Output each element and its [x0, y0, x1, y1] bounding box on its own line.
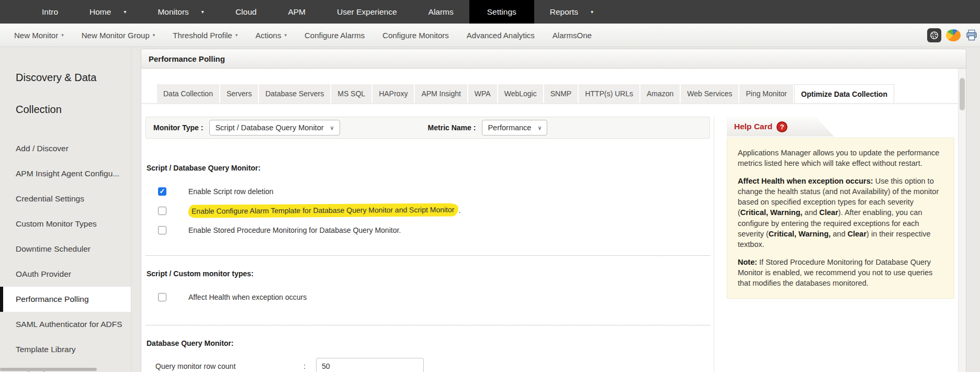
nav-item-cloud[interactable]: Cloud: [220, 0, 273, 24]
sidebar-item-credential-settings[interactable]: Credential Settings: [0, 186, 131, 211]
sidebar-item-oauth-provider[interactable]: OAuth Provider: [0, 262, 131, 287]
nav-item-intro[interactable]: Intro: [26, 0, 74, 24]
sidebar-item-custom-monitor-types[interactable]: Custom Monitor Types: [0, 211, 131, 236]
sidebar-item-add-discover[interactable]: Add / Discover: [0, 136, 131, 161]
panel-header: Performance Polling: [141, 49, 966, 69]
help-column: Help Card ? Applications Manager allows …: [714, 117, 966, 372]
query-monitor-row-count-input[interactable]: [316, 358, 424, 372]
enable-configure-alarm-template-checkbox[interactable]: [158, 207, 166, 215]
field-row: Query monitor row count :: [145, 357, 714, 372]
nav-item-reports[interactable]: Reports▾: [534, 0, 609, 24]
chevron-down-icon: ▾: [153, 32, 155, 38]
chevron-down-icon: ∨: [330, 125, 334, 131]
chevron-down-icon: ▾: [123, 9, 126, 15]
checkbox-row: Affect Health when exception occurs: [145, 287, 714, 307]
chevron-down-icon: ▾: [284, 32, 287, 38]
section-heading-database-query-monitor: Database Query Monitor:: [145, 339, 714, 347]
toolbar-actions[interactable]: Actions▾: [246, 31, 296, 40]
sidebar-item-template-library[interactable]: Template Library: [0, 337, 131, 362]
sidebar-item-performance-polling[interactable]: Performance Polling: [0, 287, 131, 312]
nav-item-monitors[interactable]: Monitors▾: [142, 0, 219, 24]
vertical-scrollbar-thumb[interactable]: [960, 78, 965, 110]
pie-chart-icon[interactable]: [946, 29, 961, 41]
monitor-type-label: Monitor Type :: [153, 123, 203, 132]
page-layout: Discovery & Data Collection Add / Discov…: [0, 47, 980, 372]
tab-weblogic[interactable]: WebLogic: [498, 84, 543, 103]
panel-body: Data Collection Servers Database Servers…: [141, 69, 966, 372]
aperture-icon[interactable]: [927, 28, 941, 42]
metric-name-select[interactable]: Performance ∨: [482, 120, 547, 136]
toolbar-configure-monitors[interactable]: Configure Monitors: [374, 31, 458, 40]
nav-item-settings[interactable]: Settings: [469, 0, 534, 24]
tab-wpa[interactable]: WPA: [468, 84, 497, 103]
nav-item-alarms[interactable]: Alarms: [413, 0, 469, 24]
checkbox-label: Enable Stored Procedure Monitoring for D…: [188, 226, 401, 234]
tabs-bar: Data Collection Servers Database Servers…: [141, 69, 958, 104]
help-question-icon[interactable]: ?: [776, 121, 787, 132]
tab-haproxy[interactable]: HAProxy: [373, 84, 414, 103]
main-area: Performance Polling Data Collection Serv…: [131, 47, 980, 372]
divider: [145, 255, 710, 256]
form-column: Monitor Type : Script / Database Query M…: [145, 117, 714, 372]
horizontal-scrollbar-thumb[interactable]: [0, 368, 97, 371]
toolbar-alarmsone[interactable]: AlarmsOne: [544, 31, 601, 40]
tab-servers[interactable]: Servers: [220, 84, 258, 103]
page-title: Performance Polling: [141, 54, 225, 63]
query-monitor-row-count-label: Query monitor row count: [145, 362, 303, 370]
chevron-down-icon: ▾: [591, 9, 593, 15]
metric-name-value: Performance: [488, 123, 531, 132]
monitor-type-value: Script / Database Query Monitor: [215, 123, 323, 132]
divider: [145, 325, 710, 325]
tab-data-collection[interactable]: Data Collection: [157, 84, 219, 103]
checkbox-row: ✓ Enable Script row deletion: [145, 182, 714, 201]
tab-https-urls[interactable]: HTTP(s) URLs: [579, 84, 639, 103]
checkbox-row: Enable Stored Procedure Monitoring for D…: [145, 220, 714, 240]
chevron-down-icon: ▾: [61, 32, 64, 38]
printer-icon[interactable]: [965, 29, 978, 41]
help-card-tab: Help Card ?: [727, 117, 834, 137]
checkbox-label: Enable Configure Alarm Template for Data…: [188, 204, 460, 217]
sidebar-item-saml-authenticator[interactable]: SAML Authenticator for ADFS: [0, 312, 131, 337]
tab-amazon[interactable]: Amazon: [640, 84, 680, 103]
nav-item-user-experience[interactable]: User Experience: [321, 0, 413, 24]
toolbar-new-monitor[interactable]: New Monitor▾: [5, 31, 73, 40]
tab-web-services[interactable]: Web Services: [681, 84, 738, 103]
tab-ping-monitor[interactable]: Ping Monitor: [739, 84, 793, 103]
enable-script-row-deletion-checkbox[interactable]: ✓: [158, 187, 166, 196]
monitor-type-select[interactable]: Script / Database Query Monitor ∨: [209, 120, 340, 136]
vertical-scrollbar[interactable]: [958, 69, 966, 372]
section-heading-script-custom-types: Script / Custom monitor types:: [145, 269, 714, 278]
content-columns: Monitor Type : Script / Database Query M…: [141, 117, 966, 372]
nav-item-apm[interactable]: APM: [272, 0, 321, 24]
help-card-title: Help Card: [734, 122, 772, 131]
checkmark-icon: ✓: [160, 188, 165, 195]
help-paragraph: Affect Health when exception occurs: Use…: [738, 176, 943, 250]
toolbar-new-monitor-group[interactable]: New Monitor Group▾: [73, 31, 164, 40]
tab-apm-insight[interactable]: APM Insight: [415, 84, 467, 103]
chevron-down-icon: ▾: [235, 32, 238, 38]
toolbar-icon-group: [927, 28, 980, 42]
chevron-down-icon: ▾: [201, 9, 204, 15]
toolbar-advanced-analytics[interactable]: Advanced Analytics: [458, 31, 544, 40]
highlighted-text: Enable Configure Alarm Template for Data…: [188, 203, 459, 218]
toolbar-configure-alarms[interactable]: Configure Alarms: [296, 31, 374, 40]
chevron-down-icon: ∨: [537, 125, 542, 131]
help-card-body: Applications Manager allows you to updat…: [727, 138, 954, 299]
field-separator: :: [303, 362, 316, 370]
nav-item-home[interactable]: Home▾: [74, 0, 142, 24]
enable-stored-procedure-monitoring-checkbox[interactable]: [158, 226, 166, 234]
sidebar-item-downtime-scheduler[interactable]: Downtime Scheduler: [0, 236, 131, 262]
sidebar-item-apm-insight-agent-config[interactable]: APM Insight Agent Configu...: [0, 161, 131, 186]
metric-name-label: Metric Name :: [428, 123, 476, 132]
toolbar-threshold-profile[interactable]: Threshold Profile▾: [164, 31, 246, 40]
tab-database-servers[interactable]: Database Servers: [259, 84, 330, 103]
affect-health-checkbox[interactable]: [158, 293, 166, 301]
section-heading-script-db-query: Script / Database Query Monitor:: [145, 164, 714, 172]
tab-optimize-data-collection[interactable]: Optimize Data Collection: [794, 84, 894, 103]
tab-snmp[interactable]: SNMP: [544, 84, 578, 103]
help-paragraph: Note: If Stored Procedure Monitoring for…: [738, 257, 943, 289]
tab-ms-sql[interactable]: MS SQL: [331, 84, 371, 103]
top-navigation: Intro Home▾ Monitors▾ Cloud APM User Exp…: [0, 0, 980, 24]
settings-toolbar: New Monitor▾ New Monitor Group▾ Threshol…: [0, 24, 980, 47]
checkbox-label: Enable Script row deletion: [188, 187, 274, 196]
